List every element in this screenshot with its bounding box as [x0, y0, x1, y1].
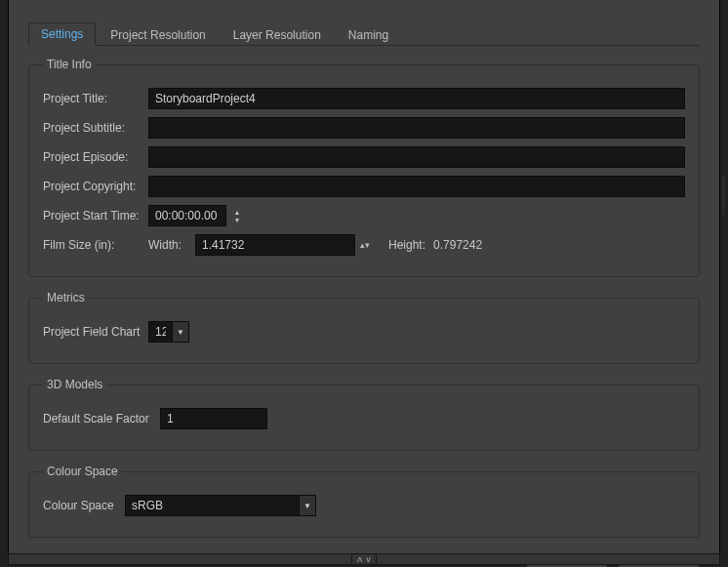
- project-start-time-input[interactable]: [148, 205, 226, 226]
- divider: [351, 554, 352, 564]
- project-episode-input[interactable]: [148, 146, 685, 168]
- metrics-group: Metrics Project Field Chart ▼: [28, 291, 700, 364]
- divider: [376, 554, 377, 564]
- film-size-label: Film Size (in):: [43, 238, 148, 252]
- project-field-chart-input[interactable]: [148, 321, 172, 343]
- project-subtitle-label: Project Subtitle:: [43, 121, 148, 135]
- spinner-down-icon[interactable]: ▼: [232, 216, 242, 223]
- right-edge-grip: [722, 176, 725, 215]
- project-title-input[interactable]: [148, 88, 685, 109]
- colour-space-dropdown-icon[interactable]: ▼: [299, 495, 316, 516]
- project-episode-label: Project Episode:: [43, 150, 148, 164]
- project-copyright-input[interactable]: [148, 176, 685, 197]
- project-field-chart-combo[interactable]: ▼: [148, 321, 191, 343]
- colour-space-label: Colour Space: [43, 499, 125, 512]
- default-scale-factor-input[interactable]: [160, 408, 267, 429]
- project-field-chart-label: Project Field Chart: [43, 325, 148, 339]
- colour-space-group: Colour Space Colour Space ▼: [28, 465, 700, 538]
- tab-project-resolution[interactable]: Project Resolution: [98, 23, 218, 46]
- chevron-down-icon[interactable]: v: [366, 554, 371, 564]
- title-info-legend: Title Info: [43, 58, 96, 71]
- tab-settings[interactable]: Settings: [28, 22, 96, 46]
- width-label: Width:: [148, 238, 187, 252]
- colour-space-combo[interactable]: ▼: [125, 495, 316, 516]
- chevron-up-icon[interactable]: ʌ: [357, 554, 362, 564]
- settings-pane: Title Info Project Title: Project Subtit…: [28, 45, 700, 551]
- tab-layer-resolution[interactable]: Layer Resolution: [221, 23, 334, 46]
- height-label: Height:: [388, 238, 425, 252]
- film-width-input[interactable]: [195, 234, 355, 256]
- colour-space-input[interactable]: [125, 495, 299, 516]
- title-info-group: Title Info Project Title: Project Subtit…: [28, 58, 700, 277]
- field-chart-dropdown-icon[interactable]: ▼: [172, 321, 189, 343]
- width-drag-handle[interactable]: ▴▾: [359, 234, 371, 256]
- start-time-spinner[interactable]: ▲ ▼: [232, 208, 242, 223]
- 3d-models-legend: 3D Models: [43, 378, 106, 391]
- colour-space-legend: Colour Space: [43, 465, 122, 478]
- project-copyright-label: Project Copyright:: [43, 180, 148, 193]
- 3d-models-group: 3D Models Default Scale Factor: [28, 378, 700, 451]
- tab-naming[interactable]: Naming: [336, 23, 401, 46]
- project-properties-dialog: Settings Project Resolution Layer Resolu…: [8, 0, 720, 559]
- default-scale-factor-label: Default Scale Factor: [43, 412, 160, 425]
- project-start-time-label: Project Start Time:: [43, 209, 148, 223]
- project-title-label: Project Title:: [43, 92, 148, 105]
- project-subtitle-input[interactable]: [148, 117, 685, 139]
- tab-bar: Settings Project Resolution Layer Resolu…: [28, 23, 719, 45]
- film-height-value: 0.797242: [433, 238, 482, 252]
- bottom-strip: ʌ v: [8, 553, 720, 565]
- spinner-up-icon[interactable]: ▲: [232, 208, 242, 216]
- metrics-legend: Metrics: [43, 291, 89, 304]
